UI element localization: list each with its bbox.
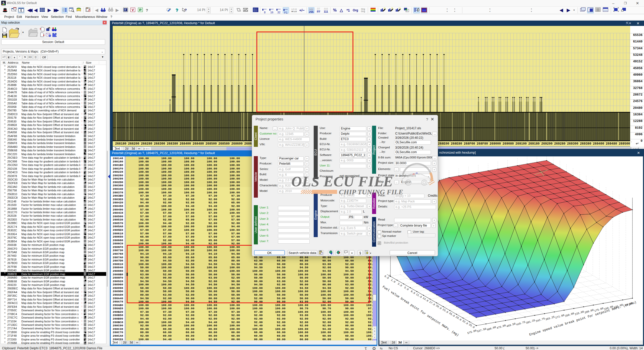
- svg-text:20.0: 20.0: [435, 304, 442, 310]
- svg-text:F: F: [125, 8, 126, 11]
- svg-text:32.0: 32.0: [462, 319, 469, 325]
- svg-text:537.50: 537.50: [477, 327, 487, 333]
- svg-text:23.0: 23.0: [442, 308, 449, 314]
- svg-text:575.00: 575.00: [467, 329, 477, 335]
- svg-text:001 C: 001 C: [253, 8, 258, 10]
- svg-text:343.75: 343.75: [535, 317, 545, 323]
- svg-text:250.00: 250.00: [565, 312, 575, 318]
- svg-text:010 D: 010 D: [253, 10, 258, 12]
- svg-text:29.0: 29.0: [455, 316, 462, 322]
- svg-text:F: F: [407, 10, 408, 12]
- svg-text:V: V: [132, 8, 134, 12]
- svg-text:?: ?: [185, 8, 187, 12]
- svg-text:225.00: 225.00: [574, 310, 584, 316]
- svg-text:11.0: 11.0: [415, 293, 422, 299]
- svg-text:35.0: 35.0: [468, 323, 475, 329]
- svg-text:418.75: 418.75: [516, 320, 526, 326]
- svg-text:303.25: 303.25: [545, 315, 555, 321]
- svg-text:26.0: 26.0: [449, 312, 456, 318]
- svg-text:272.00: 272.00: [555, 314, 565, 319]
- svg-text:14.0: 14.0: [422, 296, 429, 302]
- svg-text:IHL: IHL: [102, 11, 104, 12]
- svg-text:475.00: 475.00: [496, 324, 506, 330]
- svg-text:17.0: 17.0: [429, 300, 436, 306]
- svg-text:459.50: 459.50: [506, 322, 516, 328]
- svg-text:381.25: 381.25: [526, 319, 536, 325]
- svg-text:500.00: 500.00: [487, 326, 497, 331]
- svg-text:P: P: [139, 8, 142, 12]
